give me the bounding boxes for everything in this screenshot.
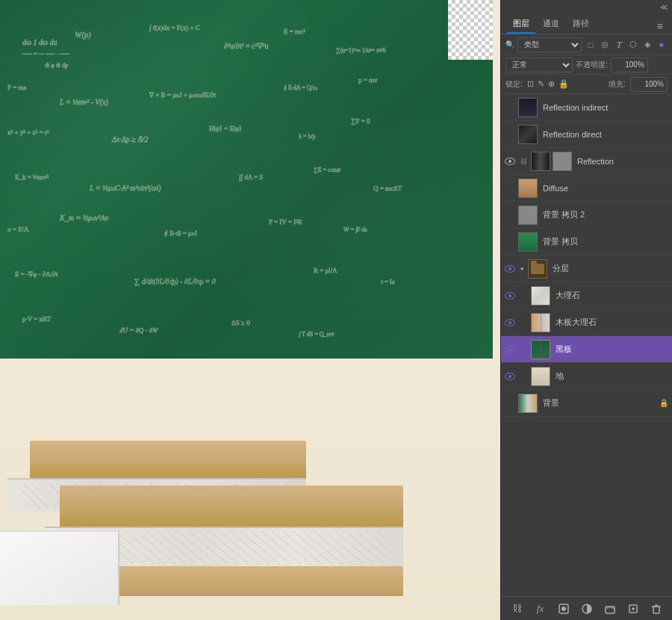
layer-diffuse[interactable]: Diffuse (501, 175, 672, 202)
filter-adjust-icon[interactable]: ◎ (599, 39, 611, 51)
layer-thumbnail (518, 232, 538, 252)
lock-row: 锁定: ⊡ ✎ ⊕ 🔒 填充: (501, 75, 672, 94)
layer-name: Reflection direct (540, 130, 669, 139)
layer-name: 地 (553, 371, 669, 382)
layer-name: 木板大理石 (553, 317, 669, 328)
filter-shape-icon[interactable]: ⬡ (627, 39, 639, 51)
layer-visibility-toggle[interactable] (504, 155, 516, 167)
tab-layers[interactable]: 图层 (507, 15, 535, 34)
layer-name: 黑板 (553, 344, 669, 355)
blend-mode-select[interactable]: 正常 (505, 58, 573, 72)
layer-thumbnail (518, 125, 538, 144)
svg-text:τ = Iα: τ = Iα (381, 279, 395, 285)
new-group-icon[interactable] (603, 601, 617, 616)
layer-thumbnail (531, 286, 550, 306)
fill-input[interactable] (630, 77, 668, 92)
layer-group-分层[interactable]: ▾ 分层 (501, 255, 672, 282)
opacity-input[interactable] (611, 58, 648, 72)
panel-footer: ⛓ fx (501, 596, 672, 620)
layer-name: 大理石 (553, 290, 669, 301)
svg-text:── = ─ ── · ──: ── = ─ ── · ── (22, 50, 70, 58)
panel-menu-icon[interactable]: ≡ (654, 19, 666, 34)
filter-smart-icon[interactable]: ◈ (641, 39, 653, 51)
delete-layer-icon[interactable] (649, 601, 664, 616)
eye-icon (505, 158, 515, 165)
layer-visibility-toggle[interactable] (504, 317, 516, 329)
lock-icons: ⊡ ✎ ⊕ 🔒 (527, 79, 569, 89)
layer-reflection-indirect[interactable]: Reflection indirect (501, 94, 672, 121)
group-folder-icon (528, 259, 547, 279)
lock-label: 锁定: (505, 79, 523, 90)
svg-rect-39 (606, 607, 615, 613)
svg-text:∂²u/∂t² = c²∇²u: ∂²u/∂t² = c²∇²u (224, 42, 269, 50)
collapse-arrows[interactable]: ≪ (660, 3, 668, 11)
panel-header: ≪ (501, 0, 672, 13)
transparency-checker (448, 0, 493, 60)
svg-text:dt   φ  dt   dp: dt φ dt dp (45, 62, 68, 69)
layer-thumbnail (518, 98, 538, 117)
layer-visibility-toggle[interactable] (504, 397, 516, 409)
layer-name: Diffuse (540, 184, 669, 193)
svg-text:K_m = ½ρ₀v²Aυ: K_m = ½ρ₀v²Aυ (59, 214, 108, 222)
layer-visibility-toggle[interactable] (504, 290, 516, 302)
layer-woodmarble[interactable]: 木板大理石 (501, 309, 672, 336)
svg-text:∑E = const: ∑E = const (314, 167, 341, 173)
filter-toggle[interactable]: ● (656, 39, 668, 51)
svg-text:E = -∇φ - ∂A/∂t: E = -∇φ - ∂A/∂t (15, 270, 58, 278)
svg-point-37 (561, 607, 566, 611)
layer-name: Reflection indirect (540, 103, 669, 112)
layer-dali[interactable]: 大理石 (501, 282, 672, 309)
filter-row: 🔍 类型 □ ◎ T ⬡ ◈ ● (501, 34, 672, 55)
svg-text:∑(n=1)^∞ 1/n²= π²/6: ∑(n=1)^∞ 1/n²= π²/6 (336, 47, 386, 54)
svg-text:F = ma: F = ma (7, 84, 27, 91)
link-layers-icon[interactable]: ⛓ (510, 601, 525, 616)
layer-bg-final[interactable]: 背景 🔒 (501, 390, 672, 417)
svg-text:∫ T dS = Q_rev: ∫ T dS = Q_rev (298, 331, 335, 338)
layer-visibility-toggle[interactable] (504, 263, 516, 275)
podium-area (0, 381, 500, 620)
layer-bg-copy[interactable]: 背景 拷贝 (501, 229, 672, 255)
layer-reflection[interactable]: ⛓ Reflection (501, 148, 672, 175)
tab-channels[interactable]: 通道 (537, 15, 565, 34)
layer-thumbnail (531, 313, 550, 332)
layer-visibility-toggle[interactable] (504, 209, 516, 221)
layer-thumbnail (518, 394, 538, 413)
lock-paint-icon[interactable]: ✎ (538, 79, 544, 89)
svg-text:∫∫ dA = S: ∫∫ dA = S (238, 173, 263, 182)
layer-bg-copy2[interactable]: 背景 拷贝 2 (501, 202, 672, 229)
filter-text-icon[interactable]: T (613, 39, 625, 51)
white-box (0, 530, 119, 605)
lock-transparent-icon[interactable]: ⊡ (527, 79, 534, 89)
add-mask-icon[interactable] (556, 601, 571, 616)
add-adjustment-icon[interactable] (579, 601, 594, 616)
new-layer-icon[interactable] (626, 601, 641, 616)
mask-link-icon: ⛓ (520, 158, 527, 165)
layer-visibility-toggle[interactable] (504, 182, 516, 194)
layer-reflection-direct[interactable]: Reflection direct (501, 121, 672, 148)
layer-ground[interactable]: 地 (501, 363, 672, 390)
filter-icons: □ ◎ T ⬡ ◈ ● (585, 39, 668, 51)
layer-thumbnail (518, 179, 538, 198)
fx-icon[interactable]: fx (533, 601, 548, 616)
desk-back-top (30, 441, 306, 482)
layer-visibility-toggle[interactable] (504, 236, 516, 248)
svg-text:σ = F/A: σ = F/A (7, 226, 29, 233)
layer-thumbnail (531, 340, 550, 359)
svg-text:W(p): W(p) (75, 30, 91, 40)
tab-paths[interactable]: 路径 (567, 15, 595, 34)
lock-all-icon[interactable]: 🔒 (559, 79, 569, 89)
layer-visibility-toggle[interactable] (504, 102, 516, 114)
group-expand-arrow[interactable]: ▾ (518, 265, 526, 273)
layer-visibility-toggle[interactable] (504, 344, 516, 356)
layer-thumbnail (531, 367, 550, 386)
filter-pixel-icon[interactable]: □ (585, 39, 597, 51)
filter-type-select[interactable]: 类型 (517, 37, 582, 52)
layer-visibility-toggle[interactable] (504, 128, 516, 140)
canvas-area: dω 1 dω du ── = ─ ── · ── dt φ dt dp W(p… (0, 0, 500, 620)
layer-visibility-toggle[interactable] (504, 371, 516, 382)
svg-text:p·V = nRT: p·V = nRT (22, 315, 52, 323)
layer-heiban[interactable]: 黑板 (501, 336, 672, 363)
svg-text:x² + y² + z² = r²: x² + y² + z² = r² (7, 128, 49, 136)
lock-move-icon[interactable]: ⊕ (548, 79, 555, 89)
svg-text:∑F = 0: ∑F = 0 (351, 117, 370, 125)
